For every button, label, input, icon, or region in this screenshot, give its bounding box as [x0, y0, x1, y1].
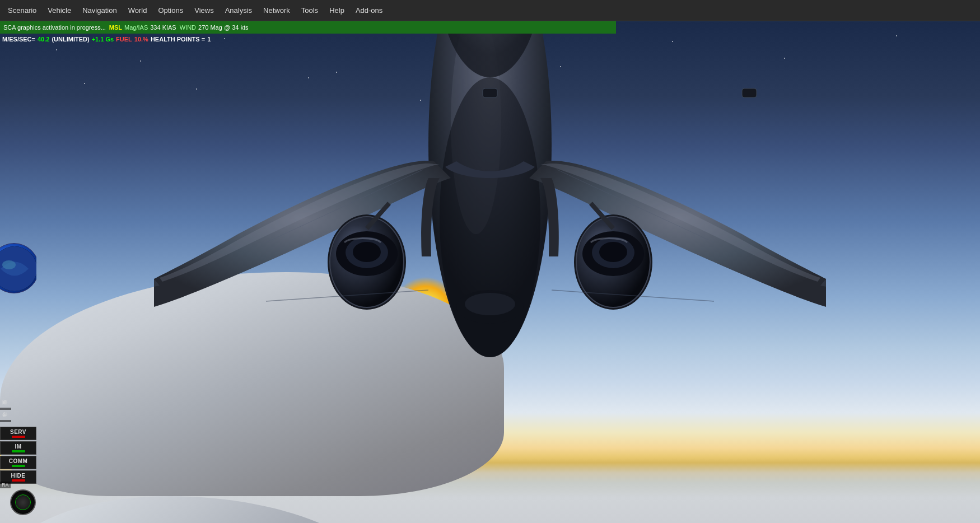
- hud-gs: +1.1 Gs: [92, 36, 114, 43]
- status-wind-label: WIND: [180, 24, 196, 31]
- status-stat1: Mag/IAS: [124, 24, 148, 31]
- serv-indicator: [12, 436, 25, 438]
- hide-indicator: [12, 479, 25, 482]
- ra-label: RA: [0, 482, 11, 488]
- globe-svg: [0, 244, 36, 294]
- menu-world[interactable]: World: [123, 4, 153, 17]
- cloud-right-secondary: [0, 496, 392, 523]
- ra-dial: [10, 489, 36, 515]
- airplane-model: [154, 21, 826, 413]
- menu-scenario[interactable]: Scenario: [2, 4, 42, 17]
- ra-instrument: [10, 489, 38, 517]
- left-label-2: 带: [0, 420, 11, 422]
- svg-rect-17: [742, 88, 757, 97]
- im-button[interactable]: IM: [0, 441, 36, 455]
- flight-viewport: SERV IM COMM HIDE 测 带 RA: [0, 21, 980, 523]
- star: [896, 35, 897, 36]
- menu-views[interactable]: Views: [189, 4, 219, 17]
- svg-point-24: [2, 260, 16, 269]
- ra-inner: [15, 494, 31, 510]
- hud-health-label: HEALTH POINTS =: [151, 36, 205, 43]
- menu-options[interactable]: Options: [152, 4, 189, 17]
- svg-point-21: [465, 293, 515, 315]
- side-panel: SERV IM COMM HIDE: [0, 427, 36, 484]
- status-msl: MSL: [109, 24, 122, 31]
- status-bar: SCA graphics activation in progress... M…: [0, 21, 616, 34]
- star: [56, 49, 57, 50]
- status-wind-value: 270 Mag @ 34 kts: [198, 24, 248, 31]
- status-stat2: 334 KIAS: [150, 24, 176, 31]
- star: [140, 60, 141, 62]
- hud-unlimited: (UNLIMITED): [52, 36, 89, 43]
- left-label-1: 测: [0, 408, 11, 410]
- menu-help[interactable]: Help: [324, 4, 350, 17]
- hud-bar: M/ES/SEC= 40.2 (UNLIMITED) +1.1 Gs FUEL …: [0, 34, 280, 45]
- menu-analysis[interactable]: Analysis: [220, 4, 258, 17]
- hud-fuel-value: 10.%: [134, 36, 148, 43]
- hud-health-value: 1: [207, 36, 211, 43]
- left-labels: 测 带: [0, 408, 11, 422]
- hud-fuel-label: FUEL: [116, 36, 132, 43]
- globe-display: [0, 243, 36, 293]
- hud-fps-label: M/ES/SEC=: [2, 36, 35, 43]
- hud-fps-value: 40.2: [38, 36, 49, 43]
- menu-navigation[interactable]: Navigation: [77, 4, 122, 17]
- im-indicator: [12, 450, 25, 452]
- comm-button[interactable]: COMM: [0, 456, 36, 469]
- globe-indicator: [0, 243, 36, 305]
- menu-tools[interactable]: Tools: [296, 4, 324, 17]
- menu-addons[interactable]: Add-ons: [350, 4, 388, 17]
- status-main: SCA graphics activation in progress...: [3, 24, 106, 31]
- star: [84, 83, 85, 84]
- menu-network[interactable]: Network: [258, 4, 296, 17]
- airplane-svg: [154, 21, 826, 413]
- comm-indicator: [12, 465, 25, 467]
- serv-button[interactable]: SERV: [0, 427, 36, 440]
- svg-point-7: [353, 242, 381, 262]
- svg-rect-15: [483, 88, 497, 97]
- svg-point-13: [599, 242, 627, 262]
- menu-vehicle[interactable]: Vehicle: [42, 4, 77, 17]
- menu-bar: Scenario Vehicle Navigation World Option…: [0, 0, 980, 21]
